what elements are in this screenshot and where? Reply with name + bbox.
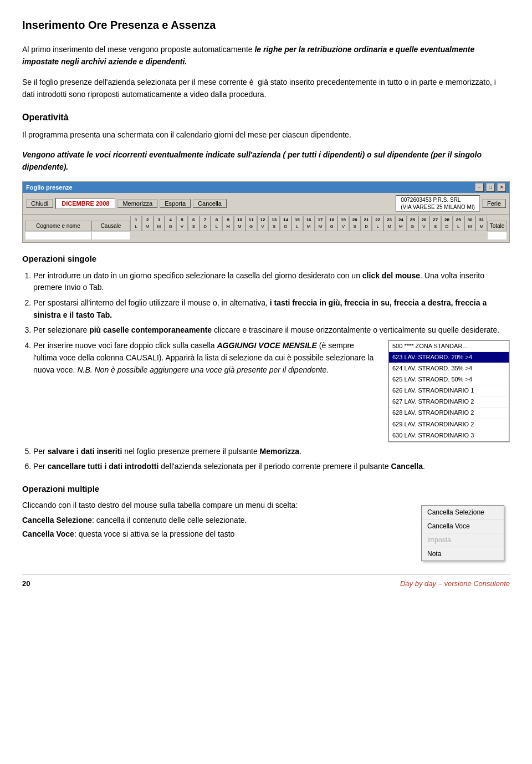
day-cell-15[interactable] bbox=[291, 235, 303, 236]
day-header-5: 5V bbox=[176, 216, 188, 231]
dropdown-item[interactable]: 623 LAV. STRAORD. 20% >4 bbox=[389, 352, 509, 363]
day-header-10: 10M bbox=[234, 216, 245, 231]
day-header-3: 3M bbox=[154, 216, 165, 231]
day-cell-2[interactable] bbox=[142, 235, 154, 236]
day-header-20: 20S bbox=[349, 216, 361, 231]
day-cell-14[interactable] bbox=[280, 235, 291, 236]
day-header-28: 28D bbox=[441, 216, 453, 231]
op2-text: Per spostarsi all'interno del foglio uti… bbox=[33, 298, 487, 319]
day-header-26: 26V bbox=[418, 216, 430, 231]
op2-item: Per spostarsi all'interno del foglio uti… bbox=[33, 297, 510, 321]
dropdown-item[interactable]: 627 LAV. STRAORDINARIO 2 bbox=[389, 396, 509, 408]
day-cell-24[interactable] bbox=[395, 235, 407, 236]
day-header-13: 13S bbox=[268, 216, 280, 231]
intro-paragraph: Al primo inserimento del mese vengono pr… bbox=[22, 43, 510, 68]
day-cell-6[interactable] bbox=[188, 235, 200, 236]
ops-multiple-section: Cliccando con il tasto destro del mouse … bbox=[22, 500, 510, 561]
ferie-button[interactable]: Ferie bbox=[482, 199, 506, 208]
op3-item: Per selezionare più caselle contemporane… bbox=[33, 324, 510, 337]
day-cell-20[interactable] bbox=[349, 235, 361, 236]
dropdown-item[interactable]: 626 LAV. STRAORDINARIO 1 bbox=[389, 385, 509, 396]
day-cell-16[interactable] bbox=[303, 235, 315, 236]
chiudi-button[interactable]: Chiudi bbox=[26, 199, 53, 208]
operativita-heading: Operatività bbox=[22, 111, 510, 124]
day-cell-8[interactable] bbox=[211, 235, 222, 236]
dropdown-item[interactable]: 625 LAV. STRAORD. 50% >4 bbox=[389, 374, 509, 385]
day-columns-header: 1L2M3M4G5V6S7D8L9M10M11G12V13S14D15L16M1… bbox=[130, 216, 487, 231]
day-header-25: 25G bbox=[407, 216, 418, 231]
context-menu-item[interactable]: Nota bbox=[422, 547, 504, 561]
day-cell-10[interactable] bbox=[234, 235, 245, 236]
causale-cell[interactable] bbox=[91, 231, 130, 240]
dropdown-item[interactable]: 628 LAV. STRAORDINARIO 2 bbox=[389, 408, 509, 419]
day-header-17: 17M bbox=[315, 216, 326, 231]
context-menu-item[interactable]: Cancella Voce bbox=[422, 519, 504, 533]
foglio-toolbar: Chiudi DICEMBRE 2008 Memorizza Esporta C… bbox=[23, 193, 509, 215]
dropdown-item[interactable]: 624 LAV. STRAORD. 35% >4 bbox=[389, 363, 509, 374]
day-cell-30[interactable] bbox=[464, 235, 476, 236]
page-footer: 20 Day by day – versione Consulente bbox=[22, 574, 510, 589]
op1-item: Per introdurre un dato in un giorno spec… bbox=[33, 270, 510, 294]
day-cell-29[interactable] bbox=[453, 235, 464, 236]
day-cell-31[interactable] bbox=[475, 235, 487, 236]
maximize-button[interactable]: □ bbox=[486, 183, 495, 192]
dropdown-item[interactable]: 500 **** ZONA STANDAR... bbox=[389, 341, 509, 352]
vengono-text: Vengono attivate le voci ricorrenti even… bbox=[22, 149, 510, 174]
op3-text: Per selezionare più caselle contemporane… bbox=[33, 325, 499, 334]
context-menu-item[interactable]: Cancella Selezione bbox=[422, 506, 504, 519]
cancella-voce-desc: Cancella Voce: questa voce si attiva se … bbox=[22, 528, 412, 540]
day-cell-9[interactable] bbox=[222, 235, 234, 236]
day-header-30: 30M bbox=[464, 216, 476, 231]
day-cells bbox=[130, 235, 487, 236]
day-header-31: 31M bbox=[475, 216, 487, 231]
day-cell-17[interactable] bbox=[315, 235, 326, 236]
op5-item: Per salvare i dati inseriti nel foglio p… bbox=[33, 446, 510, 458]
day-cell-13[interactable] bbox=[268, 235, 280, 236]
day-header-9: 9M bbox=[222, 216, 234, 231]
day-cell-19[interactable] bbox=[337, 235, 349, 236]
day-header-6: 6S bbox=[188, 216, 200, 231]
dropdown-item[interactable]: 630 LAV. STRAORDINARIO 3 bbox=[389, 430, 509, 441]
name-cell[interactable] bbox=[25, 231, 91, 240]
day-cell-4[interactable] bbox=[165, 235, 176, 236]
day-header-22: 22L bbox=[372, 216, 383, 231]
col-total-header: Totale bbox=[487, 221, 507, 231]
day-cell-12[interactable] bbox=[257, 235, 269, 236]
footer-page-number: 20 bbox=[22, 578, 30, 589]
day-header-19: 19V bbox=[337, 216, 349, 231]
day-header-7: 7D bbox=[200, 216, 211, 231]
day-header-15: 15L bbox=[291, 216, 303, 231]
day-cell-7[interactable] bbox=[200, 235, 211, 236]
close-button[interactable]: × bbox=[497, 183, 506, 192]
day-header-1: 1L bbox=[130, 216, 142, 231]
esporta-button[interactable]: Esporta bbox=[160, 199, 191, 208]
day-cell-25[interactable] bbox=[407, 235, 418, 236]
day-cell-23[interactable] bbox=[383, 235, 395, 236]
day-cell-28[interactable] bbox=[441, 235, 453, 236]
day-cell-1[interactable] bbox=[130, 235, 142, 236]
day-cell-21[interactable] bbox=[361, 235, 372, 236]
minimize-button[interactable]: − bbox=[475, 183, 484, 192]
col-name-header: Cognome e nome bbox=[25, 221, 91, 231]
day-cell-18[interactable] bbox=[326, 235, 337, 236]
memorizza-button[interactable]: Memorizza bbox=[117, 199, 157, 208]
day-cell-26[interactable] bbox=[418, 235, 430, 236]
day-cell-3[interactable] bbox=[154, 235, 165, 236]
cancella-button[interactable]: Cancella bbox=[193, 199, 227, 208]
page-title: Inserimento Ore Presenza e Assenza bbox=[22, 17, 510, 33]
company-line1: 0072603453 P.R.S. SRL bbox=[401, 196, 475, 203]
day-header-11: 11G bbox=[245, 216, 257, 231]
day-cell-27[interactable] bbox=[429, 235, 441, 236]
day-cell-5[interactable] bbox=[176, 235, 188, 236]
day-cell-22[interactable] bbox=[372, 235, 383, 236]
day-header-4: 4G bbox=[165, 216, 176, 231]
day-cell-11[interactable] bbox=[245, 235, 257, 236]
grid-data-row bbox=[25, 231, 507, 240]
day-header-12: 12V bbox=[257, 216, 269, 231]
op4-text-col: Per inserire nuove voci fare doppio clic… bbox=[33, 340, 379, 442]
dropdown-mock: 500 **** ZONA STANDAR...623 LAV. STRAORD… bbox=[388, 340, 510, 442]
dropdown-item[interactable]: 629 LAV. STRAORDINARIO 2 bbox=[389, 419, 509, 430]
window-title: Foglio presenze bbox=[26, 183, 73, 192]
cancella-selezione-desc: Cancella Selezione: cancella il contenut… bbox=[22, 515, 412, 526]
op6-text: Per cancellare tutti i dati introdotti d… bbox=[33, 462, 425, 471]
